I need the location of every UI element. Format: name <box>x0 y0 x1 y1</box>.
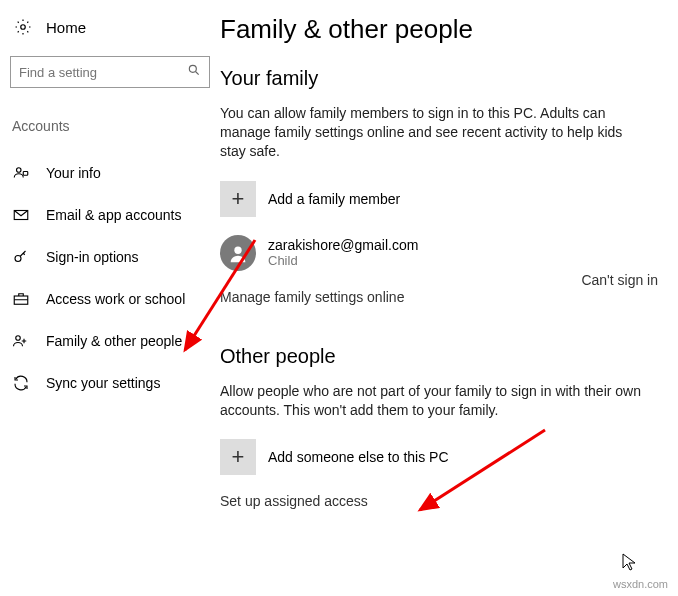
search-field[interactable] <box>19 65 187 80</box>
people-icon <box>12 332 30 350</box>
sidebar-item-label: Family & other people <box>46 333 182 349</box>
assigned-access-link[interactable]: Set up assigned access <box>220 493 658 509</box>
svg-point-1 <box>189 65 196 72</box>
svg-point-9 <box>234 246 241 253</box>
sidebar-item-email[interactable]: Email & app accounts <box>10 194 210 236</box>
watermark: wsxdn.com <box>613 578 668 590</box>
user-info: zarakishore@gmail.com Child <box>268 237 418 268</box>
sidebar-item-signin[interactable]: Sign-in options <box>10 236 210 278</box>
sidebar-item-label: Email & app accounts <box>46 207 181 223</box>
add-family-label: Add a family member <box>268 191 400 207</box>
svg-rect-4 <box>23 172 28 176</box>
mail-icon <box>12 206 30 224</box>
add-other-user-button[interactable]: + Add someone else to this PC <box>220 439 658 475</box>
sync-icon <box>12 374 30 392</box>
key-icon <box>12 248 30 266</box>
sidebar-item-work[interactable]: Access work or school <box>10 278 210 320</box>
svg-point-0 <box>21 25 26 30</box>
main-content: Family & other people Your family You ca… <box>220 0 678 596</box>
user-email: zarakishore@gmail.com <box>268 237 418 253</box>
family-description: You can allow family members to sign in … <box>220 104 650 161</box>
family-user-row[interactable]: zarakishore@gmail.com Child Can't sign i… <box>220 235 658 271</box>
user-status: Can't sign in <box>581 272 658 288</box>
page-title: Family & other people <box>220 14 658 45</box>
manage-family-link[interactable]: Manage family settings online <box>220 289 658 305</box>
user-role: Child <box>268 253 418 268</box>
sidebar-item-family[interactable]: Family & other people <box>10 320 210 362</box>
category-label: Accounts <box>10 118 210 134</box>
search-input[interactable] <box>10 56 210 88</box>
add-family-member-button[interactable]: + Add a family member <box>220 181 658 217</box>
other-heading: Other people <box>220 345 658 368</box>
plus-icon: + <box>220 181 256 217</box>
sidebar-item-sync[interactable]: Sync your settings <box>10 362 210 404</box>
home-label: Home <box>46 19 86 36</box>
sidebar-item-label: Access work or school <box>46 291 185 307</box>
home-button[interactable]: Home <box>10 18 210 36</box>
sidebar-item-your-info[interactable]: Your info <box>10 152 210 194</box>
sidebar-item-label: Sign-in options <box>46 249 139 265</box>
svg-point-6 <box>15 256 21 262</box>
plus-icon: + <box>220 439 256 475</box>
svg-point-8 <box>16 336 21 341</box>
svg-line-2 <box>196 72 199 75</box>
sidebar: Home Accounts Your info Email & app acco… <box>0 0 220 596</box>
svg-point-3 <box>17 168 22 173</box>
briefcase-icon <box>12 290 30 308</box>
other-description: Allow people who are not part of your fa… <box>220 382 650 420</box>
family-heading: Your family <box>220 67 658 90</box>
sidebar-item-label: Sync your settings <box>46 375 160 391</box>
search-icon <box>187 63 201 81</box>
gear-icon <box>14 18 32 36</box>
sidebar-item-label: Your info <box>46 165 101 181</box>
user-icon <box>12 164 30 182</box>
cursor-icon <box>622 553 636 574</box>
add-other-label: Add someone else to this PC <box>268 449 449 465</box>
avatar-icon <box>220 235 256 271</box>
